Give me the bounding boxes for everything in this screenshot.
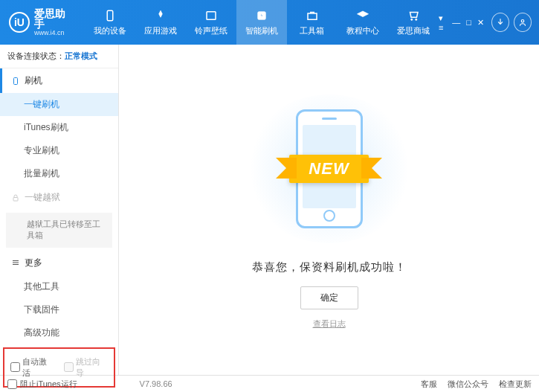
phone-icon <box>103 8 117 23</box>
app-icon <box>153 8 168 23</box>
sidebar-section-flash[interactable]: 刷机 <box>0 68 118 93</box>
svg-rect-1 <box>207 12 216 20</box>
picture-icon <box>204 8 219 23</box>
sidebar-item-pro-flash[interactable]: 专业刷机 <box>0 139 118 162</box>
nav-toolbox[interactable]: 工具箱 <box>287 0 338 45</box>
jailbreak-note: 越狱工具已转移至工具箱 <box>6 213 112 248</box>
cart-icon <box>406 8 421 23</box>
graduation-icon <box>355 8 370 23</box>
logo-icon: iU <box>9 12 30 33</box>
sidebar-section-more[interactable]: 更多 <box>0 251 118 275</box>
top-nav: 我的设备 应用游戏 铃声壁纸 智能刷机 工具箱 教程中心 爱思商城 <box>85 0 439 45</box>
footer-link-support[interactable]: 客服 <box>421 379 437 390</box>
section-title: 更多 <box>25 257 42 269</box>
close-button[interactable]: ✕ <box>477 18 484 28</box>
checkbox-label: 阻止iTunes运行 <box>20 379 77 390</box>
sidebar-item-download-firmware[interactable]: 下载固件 <box>0 298 118 321</box>
new-ribbon: NEW <box>289 155 368 183</box>
nav-label: 应用游戏 <box>144 25 177 36</box>
nav-label: 我的设备 <box>94 25 126 36</box>
status-mode: 正常模式 <box>65 51 97 60</box>
user-button[interactable] <box>514 13 532 32</box>
svg-rect-8 <box>13 197 18 201</box>
nav-my-device[interactable]: 我的设备 <box>85 0 135 45</box>
footer-link-wechat[interactable]: 微信公众号 <box>448 379 488 390</box>
nav-smart-flash[interactable]: 智能刷机 <box>236 0 287 45</box>
section-title: 一键越狱 <box>25 191 60 204</box>
nav-label: 爱思商城 <box>397 25 430 36</box>
sidebar-item-other-tools[interactable]: 其他工具 <box>0 275 118 298</box>
sidebar-item-advanced[interactable]: 高级功能 <box>0 321 118 344</box>
section-title: 刷机 <box>25 74 42 87</box>
nav-label: 工具箱 <box>300 25 324 36</box>
svg-point-5 <box>416 19 417 20</box>
sidebar-section-jailbreak: 一键越狱 <box>0 185 118 210</box>
sidebar: 设备连接状态：正常模式 刷机 一键刷机 iTunes刷机 专业刷机 批量刷机 一… <box>0 45 119 375</box>
minimize-button[interactable]: — <box>452 18 460 27</box>
confirm-button[interactable]: 确定 <box>300 286 358 309</box>
skip-guide-checkbox[interactable]: 跳过向导 <box>64 356 109 379</box>
footer-link-update[interactable]: 检查更新 <box>499 379 532 390</box>
nav-label: 教程中心 <box>346 25 379 36</box>
view-log-link[interactable]: 查看日志 <box>313 318 346 330</box>
connection-status: 设备连接状态：正常模式 <box>0 45 118 68</box>
checkbox-label: 跳过向导 <box>76 356 109 379</box>
svg-rect-0 <box>107 10 113 21</box>
nav-label: 铃声壁纸 <box>195 25 227 36</box>
nav-ringtone-wallpaper[interactable]: 铃声壁纸 <box>186 0 236 45</box>
brand-url: www.i4.cn <box>34 29 76 36</box>
svg-rect-7 <box>14 77 18 84</box>
sidebar-item-oneclick-flash[interactable]: 一键刷机 <box>0 93 118 116</box>
sidebar-item-batch-flash[interactable]: 批量刷机 <box>0 162 118 185</box>
flash-icon <box>254 8 269 23</box>
list-icon <box>11 258 20 267</box>
version-label: V7.98.66 <box>140 379 172 388</box>
svg-point-6 <box>521 20 524 23</box>
svg-rect-3 <box>308 13 317 19</box>
nav-tutorials[interactable]: 教程中心 <box>338 0 388 45</box>
nav-store[interactable]: 爱思商城 <box>388 0 439 45</box>
maximize-button[interactable]: □ <box>466 18 471 27</box>
block-itunes-checkbox[interactable]: 阻止iTunes运行 <box>7 379 77 390</box>
status-label: 设备连接状态： <box>7 51 65 60</box>
menu-icon[interactable]: ▾ ≡ <box>439 13 446 32</box>
success-illustration: NEW <box>240 91 419 247</box>
toolbox-icon <box>305 8 320 23</box>
brand-name: 爱思助手 <box>34 8 76 29</box>
brand-logo: iU 爱思助手 www.i4.cn <box>0 8 85 36</box>
nav-apps-games[interactable]: 应用游戏 <box>135 0 186 45</box>
lock-icon <box>11 193 20 202</box>
sidebar-item-itunes-flash[interactable]: iTunes刷机 <box>0 116 118 139</box>
phone-small-icon <box>11 77 20 86</box>
auto-activate-checkbox[interactable]: 自动激活 <box>10 356 55 379</box>
nav-label: 智能刷机 <box>245 25 278 36</box>
main-content: NEW 恭喜您，保资料刷机成功啦！ 确定 查看日志 <box>119 45 539 375</box>
download-button[interactable] <box>491 13 509 32</box>
checkbox-label: 自动激活 <box>22 356 55 379</box>
success-message: 恭喜您，保资料刷机成功啦！ <box>252 260 407 274</box>
svg-point-4 <box>411 19 413 20</box>
